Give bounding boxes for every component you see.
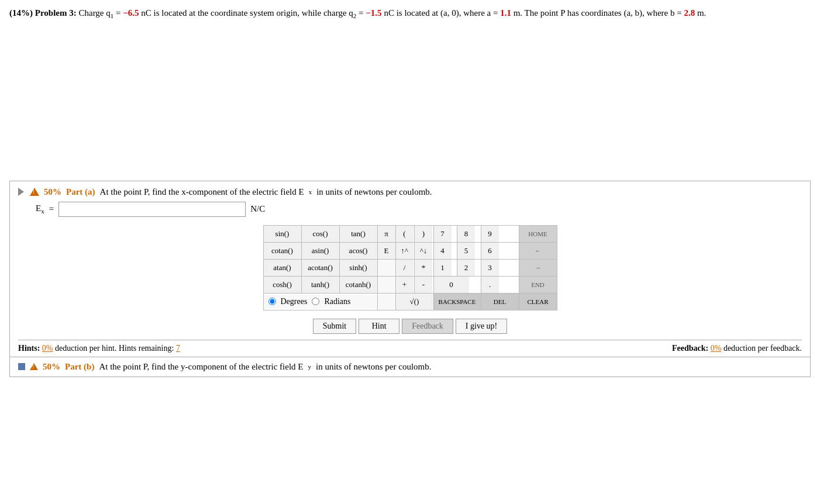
rparen-button[interactable]: ) — [415, 226, 432, 242]
e-button[interactable]: E — [378, 243, 395, 259]
a-value: 1.1 — [500, 8, 511, 18]
home-button[interactable]: HOME — [519, 226, 557, 242]
b-unit: m. — [695, 8, 706, 18]
cotanh-button[interactable]: cotanh() — [340, 277, 377, 293]
calc-cell-cosh[interactable]: cosh() — [263, 276, 301, 293]
calc-cell-asin[interactable]: asin() — [301, 242, 339, 259]
calc-cell-clear[interactable]: CLEAR — [519, 293, 557, 310]
calc-cell-cotanh[interactable]: cotanh() — [339, 276, 377, 293]
calc-cell-plus[interactable]: + — [395, 276, 415, 293]
calc-cell-backspace[interactable]: BACKSPACE — [433, 293, 481, 310]
zero-button[interactable]: 0 — [434, 277, 469, 293]
hints-remaining[interactable]: 7 — [176, 344, 180, 353]
right-arrow-button[interactable]: → — [519, 260, 557, 276]
calc-cell-5[interactable]: 5 — [457, 242, 481, 259]
calc-cell-7[interactable]: 7 — [433, 225, 457, 242]
atan-button[interactable]: atan() — [264, 260, 301, 276]
calc-cell-8[interactable]: 8 — [457, 225, 481, 242]
cotan-button[interactable]: cotan() — [264, 243, 301, 259]
calc-cell-minus[interactable]: - — [415, 276, 434, 293]
calc-cell-zero[interactable]: 0 — [433, 276, 481, 293]
calc-cell-lparen[interactable]: ( — [395, 225, 415, 242]
hints-percent[interactable]: 0% — [42, 344, 53, 353]
calc-cell-sin[interactable]: sin() — [263, 225, 301, 242]
calc-cell-pi[interactable]: π — [377, 225, 395, 242]
superscript-up-button[interactable]: ↑^ — [396, 243, 414, 259]
calc-cell-div[interactable]: / — [395, 259, 415, 276]
minus-button[interactable]: - — [415, 277, 432, 293]
calc-cell-del[interactable]: DEL — [481, 293, 519, 310]
calc-cell-sqrt[interactable]: √() — [395, 293, 433, 310]
tan-button[interactable]: tan() — [340, 226, 377, 242]
calc-cell-atan[interactable]: atan() — [263, 259, 301, 276]
calc-cell-2[interactable]: 2 — [457, 259, 481, 276]
multiply-button[interactable]: * — [415, 260, 432, 276]
hint-button[interactable]: Hint — [359, 319, 399, 334]
acos-button[interactable]: acos() — [340, 243, 377, 259]
calc-cell-back[interactable]: ← — [519, 242, 557, 259]
calc-cell-4[interactable]: 4 — [433, 242, 457, 259]
clear-button[interactable]: CLEAR — [519, 294, 557, 310]
calc-cell-empty1 — [377, 259, 395, 276]
calc-cell-cotan[interactable]: cotan() — [263, 242, 301, 259]
degrees-radio[interactable] — [268, 298, 276, 305]
radians-radio[interactable] — [312, 298, 319, 305]
calc-cell-acotan[interactable]: acotan() — [301, 259, 339, 276]
del-button[interactable]: DEL — [481, 294, 519, 310]
pi-button[interactable]: π — [378, 226, 395, 242]
degrees-label[interactable]: Degrees — [281, 297, 308, 306]
one-button[interactable]: 1 — [434, 260, 452, 276]
plus-button[interactable]: + — [396, 277, 414, 293]
six-button[interactable]: 6 — [481, 243, 499, 259]
calc-cell-mul[interactable]: * — [415, 259, 434, 276]
tanh-button[interactable]: tanh() — [302, 277, 339, 293]
calc-cell-dot[interactable]: . — [481, 276, 519, 293]
nine-button[interactable]: 9 — [481, 226, 499, 242]
calc-cell-downarrow[interactable]: ^↓ — [415, 242, 434, 259]
superscript-down-button[interactable]: ^↓ — [415, 243, 432, 259]
left-arrow-button[interactable]: ← — [519, 243, 557, 259]
calc-cell-acos[interactable]: acos() — [339, 242, 377, 259]
calc-cell-e[interactable]: E — [377, 242, 395, 259]
acotan-button[interactable]: acotan() — [302, 260, 339, 276]
calc-cell-end[interactable]: END — [519, 276, 557, 293]
divide-button[interactable]: / — [396, 260, 414, 276]
sinh-button[interactable]: sinh() — [340, 260, 377, 276]
calc-cell-uparrow[interactable]: ↑^ — [395, 242, 415, 259]
calc-cell-sinh[interactable]: sinh() — [339, 259, 377, 276]
feedback-percent[interactable]: 0% — [711, 344, 722, 353]
backspace-button[interactable]: BACKSPACE — [434, 294, 481, 310]
calc-cell-3[interactable]: 3 — [481, 259, 519, 276]
eight-button[interactable]: 8 — [457, 226, 475, 242]
give-up-button[interactable]: I give up! — [456, 319, 507, 334]
four-button[interactable]: 4 — [434, 243, 452, 259]
lparen-button[interactable]: ( — [396, 226, 414, 242]
seven-button[interactable]: 7 — [434, 226, 452, 242]
three-button[interactable]: 3 — [481, 260, 499, 276]
sqrt-button[interactable]: √() — [396, 294, 433, 310]
empty-space — [9, 29, 811, 181]
calc-cell-tan[interactable]: tan() — [339, 225, 377, 242]
answer-input[interactable] — [58, 202, 246, 217]
calc-cell-1[interactable]: 1 — [433, 259, 457, 276]
feedback-button[interactable]: Feedback — [402, 319, 453, 334]
calc-cell-cos[interactable]: cos() — [301, 225, 339, 242]
calc-cell-radio[interactable]: Degrees Radians — [263, 293, 377, 310]
calc-cell-9[interactable]: 9 — [481, 225, 519, 242]
calc-cell-right[interactable]: → — [519, 259, 557, 276]
radians-label[interactable]: Radians — [324, 297, 350, 306]
cos-button[interactable]: cos() — [302, 226, 339, 242]
dot-button[interactable]: . — [481, 277, 499, 293]
sin-button[interactable]: sin() — [264, 226, 301, 242]
cosh-button[interactable]: cosh() — [264, 277, 301, 293]
calc-cell-6[interactable]: 6 — [481, 242, 519, 259]
five-button[interactable]: 5 — [457, 243, 475, 259]
calc-cell-rparen[interactable]: ) — [415, 225, 434, 242]
calc-cell-tanh[interactable]: tanh() — [301, 276, 339, 293]
two-button[interactable]: 2 — [457, 260, 475, 276]
end-button[interactable]: END — [519, 277, 557, 293]
asin-button[interactable]: asin() — [302, 243, 339, 259]
calc-cell-home[interactable]: HOME — [519, 225, 557, 242]
ex-sub: x — [41, 208, 44, 215]
submit-button[interactable]: Submit — [313, 319, 356, 334]
